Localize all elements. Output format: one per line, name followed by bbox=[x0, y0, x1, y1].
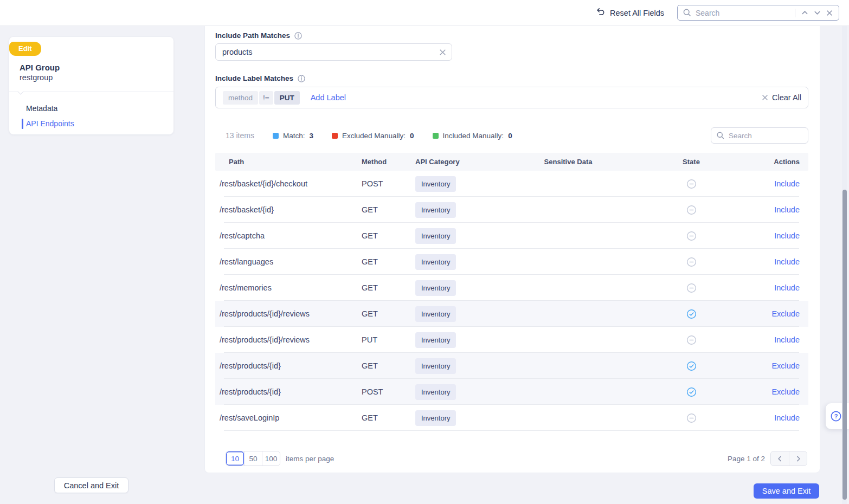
chip-key: method bbox=[223, 91, 258, 105]
table-search-box bbox=[711, 127, 808, 144]
include-label-matches-label: Include Label Matches bbox=[215, 74, 293, 82]
api-category-badge: Inventory bbox=[415, 254, 456, 270]
app-root: Reset All Fields Edit API Group restg bbox=[0, 0, 849, 504]
endpoint-method: GET bbox=[362, 361, 415, 370]
state-cell bbox=[664, 231, 718, 241]
api-category-badge: Inventory bbox=[415, 176, 456, 192]
help-icon: ? bbox=[830, 410, 842, 422]
table-row: /rest/products/{id}/reviewsGETInventoryE… bbox=[215, 301, 808, 327]
clear-path-icon[interactable] bbox=[439, 49, 446, 56]
column-header-path: Path bbox=[220, 158, 362, 166]
find-close-button[interactable] bbox=[824, 8, 835, 18]
included-color-swatch bbox=[433, 133, 439, 139]
find-next-button[interactable] bbox=[811, 8, 824, 18]
state-cell bbox=[664, 361, 718, 371]
label-match-chip[interactable]: method != PUT bbox=[223, 91, 300, 105]
column-header-sensitive-data: Sensitive Data bbox=[472, 158, 664, 166]
page-size-10-button[interactable]: 10 bbox=[226, 451, 244, 466]
page-indicator: Page 1 of 2 bbox=[728, 455, 765, 463]
info-icon[interactable] bbox=[298, 75, 305, 82]
endpoint-path: /rest/basket/{id} bbox=[220, 205, 362, 214]
row-action-link[interactable]: Exclude bbox=[771, 309, 800, 318]
state-minus-icon bbox=[686, 413, 697, 423]
table-body: /rest/basket/{id}/checkoutPOSTInventoryI… bbox=[215, 171, 808, 431]
api-group-title: API Group bbox=[20, 63, 173, 72]
state-minus-icon bbox=[686, 283, 697, 293]
edit-mode-badge: Edit bbox=[9, 42, 41, 56]
endpoint-method: POST bbox=[362, 179, 415, 188]
endpoint-path: /rest/saveLoginIp bbox=[220, 413, 362, 422]
add-label-button[interactable]: Add Label bbox=[311, 93, 346, 102]
search-icon bbox=[716, 131, 725, 140]
reset-all-fields-button[interactable]: Reset All Fields bbox=[595, 7, 664, 19]
api-category-badge: Inventory bbox=[415, 306, 456, 322]
api-category-badge: Inventory bbox=[415, 202, 456, 218]
items-count: 13 items bbox=[226, 131, 254, 140]
table-row: /rest/captchaGETInventoryInclude bbox=[215, 223, 808, 249]
endpoint-path: /rest/languages bbox=[220, 257, 362, 266]
save-and-exit-button[interactable]: Save and Exit bbox=[754, 483, 819, 499]
endpoint-method: GET bbox=[362, 257, 415, 266]
api-group-card: Edit API Group restgroup Metadata API En… bbox=[9, 37, 173, 134]
row-action-link[interactable]: Exclude bbox=[771, 387, 800, 396]
endpoint-method: PUT bbox=[362, 335, 415, 344]
row-action-link[interactable]: Include bbox=[774, 179, 800, 188]
row-action-link[interactable]: Include bbox=[774, 283, 800, 292]
state-cell bbox=[664, 335, 718, 345]
row-action-link[interactable]: Include bbox=[774, 413, 800, 422]
legend-match: Match: 3 bbox=[273, 132, 313, 140]
pagination-bar: 10 50 100 items per page Page 1 of 2 bbox=[215, 451, 808, 466]
legend-included: Included Manually: 0 bbox=[433, 132, 512, 140]
row-action-link[interactable]: Exclude bbox=[771, 361, 800, 370]
sidebar-item-metadata[interactable]: Metadata bbox=[9, 101, 173, 116]
endpoint-path: /rest/products/{id}/reviews bbox=[220, 309, 362, 318]
clear-all-button[interactable]: Clear All bbox=[762, 93, 801, 102]
column-header-api-category: API Category bbox=[415, 158, 472, 166]
table-row: /rest/products/{id}POSTInventoryExclude bbox=[215, 379, 808, 405]
info-icon[interactable] bbox=[294, 32, 302, 40]
row-action-link[interactable]: Include bbox=[774, 335, 800, 344]
x-icon bbox=[762, 94, 768, 101]
scrollbar-track[interactable] bbox=[842, 26, 847, 504]
api-category-badge: Inventory bbox=[415, 410, 456, 426]
include-path-input[interactable] bbox=[222, 48, 439, 56]
state-minus-icon bbox=[686, 257, 697, 267]
scrollbar-thumb[interactable] bbox=[842, 190, 847, 500]
endpoint-path: /rest/products/{id}/reviews bbox=[220, 335, 362, 344]
api-category-badge: Inventory bbox=[415, 332, 456, 348]
page-size-group: 10 50 100 bbox=[226, 451, 280, 466]
endpoint-path: /rest/basket/{id}/checkout bbox=[220, 179, 362, 188]
sidebar-item-label: Metadata bbox=[26, 104, 57, 113]
row-action-link[interactable]: Include bbox=[774, 231, 800, 240]
api-endpoints-panel: Include Path Matches Include Label Match… bbox=[204, 26, 820, 473]
state-cell bbox=[664, 309, 718, 319]
api-category-badge: Inventory bbox=[415, 280, 456, 296]
active-indicator bbox=[22, 119, 23, 129]
previous-page-button[interactable] bbox=[771, 451, 789, 466]
table-summary-row: 13 items Match: 3 Excluded Manually: 0 I… bbox=[215, 127, 808, 144]
row-action-link[interactable]: Include bbox=[774, 257, 800, 266]
undo-icon bbox=[595, 7, 606, 19]
chip-operator: != bbox=[259, 91, 273, 105]
endpoint-method: GET bbox=[362, 309, 415, 318]
table-search-input[interactable] bbox=[729, 132, 803, 140]
state-check-icon bbox=[686, 387, 697, 397]
sidebar-item-label: API Endpoints bbox=[26, 119, 74, 128]
include-path-matches-label: Include Path Matches bbox=[215, 31, 290, 40]
state-cell bbox=[664, 387, 718, 397]
table-row: /rest/products/{id}/reviewsPUTInventoryI… bbox=[215, 327, 808, 353]
state-cell bbox=[664, 179, 718, 189]
state-minus-icon bbox=[686, 205, 697, 215]
page-size-50-button[interactable]: 50 bbox=[244, 451, 262, 466]
api-category-badge: Inventory bbox=[415, 228, 456, 244]
find-bar bbox=[677, 5, 839, 21]
find-prev-button[interactable] bbox=[799, 8, 811, 18]
cancel-and-exit-button[interactable]: Cancel and Exit bbox=[54, 477, 128, 493]
next-page-button[interactable] bbox=[789, 451, 807, 466]
endpoint-path: /rest/products/{id} bbox=[220, 361, 362, 370]
row-action-link[interactable]: Include bbox=[774, 205, 800, 214]
include-path-input-wrap bbox=[215, 43, 452, 61]
sidebar-item-api-endpoints[interactable]: API Endpoints bbox=[9, 116, 173, 131]
page-size-100-button[interactable]: 100 bbox=[262, 451, 280, 466]
find-input[interactable] bbox=[696, 9, 792, 17]
